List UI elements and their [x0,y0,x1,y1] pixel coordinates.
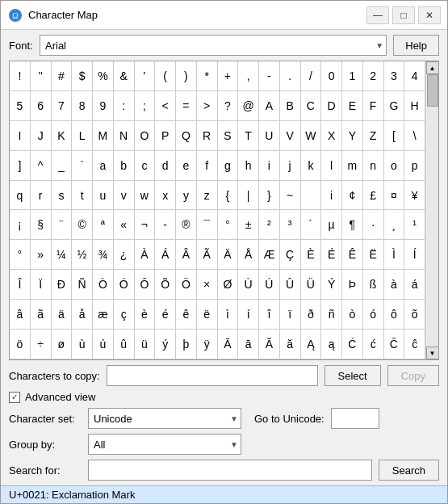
char-cell[interactable]: ( [155,61,176,91]
char-cell[interactable]: W [301,121,322,151]
char-cell[interactable]: d [155,151,176,181]
char-cell[interactable]: È [301,240,322,270]
char-cell[interactable]: Ñ [72,270,93,300]
char-cell[interactable]: ½ [72,240,93,270]
char-cell[interactable]: 7 [52,91,73,121]
char-cell[interactable]: U [259,121,280,151]
char-cell[interactable]: Q [176,121,197,151]
char-cell[interactable]: Á [155,240,176,270]
char-cell[interactable]: Ĉ [384,330,405,359]
char-cell[interactable]: - [155,210,176,240]
char-cell[interactable]: # [52,61,73,91]
characters-to-copy-input[interactable] [107,365,318,386]
char-cell[interactable]: \ [404,121,425,151]
charset-select[interactable]: Unicode [88,408,241,429]
font-select[interactable]: Arial [40,35,387,56]
char-cell[interactable]: Ì [384,240,405,270]
char-cell[interactable]: n [363,151,384,181]
char-cell[interactable]: ¹ [404,210,425,240]
char-cell[interactable]: C [301,91,322,121]
char-cell[interactable]: û [114,330,135,359]
char-cell[interactable]: i [321,181,342,211]
char-cell[interactable]: a [93,151,114,181]
char-cell[interactable]: « [114,210,135,240]
char-cell[interactable]: ° [10,240,31,270]
char-cell[interactable]: ` [72,151,93,181]
char-cell[interactable]: | [238,181,259,211]
char-cell[interactable]: Ï [31,270,52,300]
char-cell[interactable]: _ [52,151,73,181]
char-cell[interactable]: Ā [218,330,239,359]
char-cell[interactable]: è [135,300,156,330]
char-cell[interactable]: ù [72,330,93,359]
char-cell[interactable]: ? [218,91,239,121]
char-cell[interactable]: Ú [259,270,280,300]
char-cell[interactable]: Ø [218,270,239,300]
char-cell[interactable]: à [384,270,405,300]
char-cell[interactable]: 4 [404,61,425,91]
search-button[interactable]: Search [379,460,439,481]
char-cell[interactable]: ¢ [342,181,363,211]
char-cell[interactable]: Ù [238,270,259,300]
char-cell[interactable]: ¤ [384,181,405,211]
char-cell[interactable]: ì [218,300,239,330]
char-cell[interactable]: ö [10,330,31,359]
char-cell[interactable]: L [72,121,93,151]
char-cell[interactable]: F [363,91,384,121]
char-cell[interactable]: ¥ [404,181,425,211]
char-cell[interactable]: ü [135,330,156,359]
char-cell[interactable]: Õ [155,270,176,300]
char-cell[interactable]: o [384,151,405,181]
char-cell[interactable]: © [72,210,93,240]
char-cell[interactable]: , [238,61,259,91]
char-cell[interactable]: 0 [321,61,342,91]
char-cell[interactable]: X [321,121,342,151]
char-cell[interactable]: ° [218,210,239,240]
char-cell[interactable]: Ê [342,240,363,270]
char-cell[interactable]: ´ [301,210,322,240]
char-cell[interactable]: ç [114,300,135,330]
char-cell[interactable]: N [114,121,135,151]
char-cell[interactable]: - [259,61,280,91]
char-cell[interactable]: Î [10,270,31,300]
char-cell[interactable]: B [280,91,301,121]
char-cell[interactable]: ¯ [197,210,218,240]
char-cell[interactable]: ð [301,300,322,330]
char-cell[interactable]: µ [321,210,342,240]
advanced-view-checkbox[interactable]: ✓ [9,392,20,403]
char-cell[interactable]: Å [238,240,259,270]
char-cell[interactable]: Ą [301,330,322,359]
char-cell[interactable]: Ó [114,270,135,300]
char-cell[interactable]: ÷ [31,330,52,359]
char-cell[interactable]: ¸ [384,210,405,240]
goto-unicode-input[interactable] [331,408,379,429]
char-cell[interactable]: » [31,240,52,270]
char-cell[interactable]: À [135,240,156,270]
char-cell[interactable]: ā [238,330,259,359]
search-input[interactable] [88,460,372,481]
char-cell[interactable]: T [238,121,259,151]
char-cell[interactable]: 5 [10,91,31,121]
char-cell[interactable]: Ü [301,270,322,300]
char-cell[interactable]: æ [93,300,114,330]
char-cell[interactable]: v [114,181,135,211]
char-cell[interactable]: ß [363,270,384,300]
char-cell[interactable]: A [259,91,280,121]
char-cell[interactable]: Ò [93,270,114,300]
char-cell[interactable]: ~ [280,181,301,211]
char-cell[interactable]: I [10,121,31,151]
char-cell[interactable]: . [280,61,301,91]
char-cell[interactable]: e [176,151,197,181]
char-cell[interactable]: 8 [72,91,93,121]
char-cell[interactable]: = [176,91,197,121]
char-cell[interactable]: ú [93,330,114,359]
scroll-thumb[interactable] [427,74,438,107]
char-cell[interactable]: Ð [52,270,73,300]
char-cell[interactable]: ¶ [342,210,363,240]
scroll-up-button[interactable]: ▲ [426,61,439,74]
scroll-down-button[interactable]: ▼ [426,346,439,359]
char-cell[interactable]: ý [155,330,176,359]
char-cell[interactable]: Z [363,121,384,151]
char-cell[interactable]: Ă [259,330,280,359]
select-button[interactable]: Select [324,365,381,386]
